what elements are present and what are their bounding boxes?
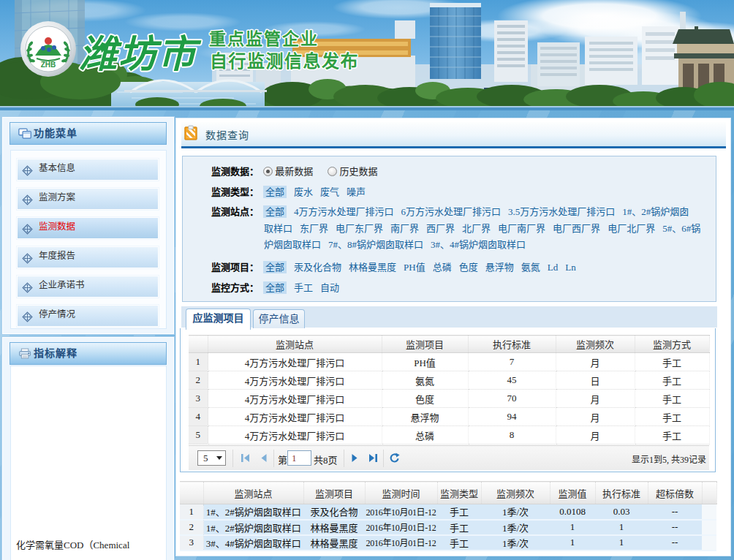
svg-text:ZHB: ZHB [41, 61, 56, 69]
svg-text:重点监管企业: 重点监管企业 [209, 29, 319, 48]
svg-text:自行监测信息发布: 自行监测信息发布 [210, 51, 359, 71]
svg-text:潍坊市: 潍坊市 [79, 33, 202, 75]
